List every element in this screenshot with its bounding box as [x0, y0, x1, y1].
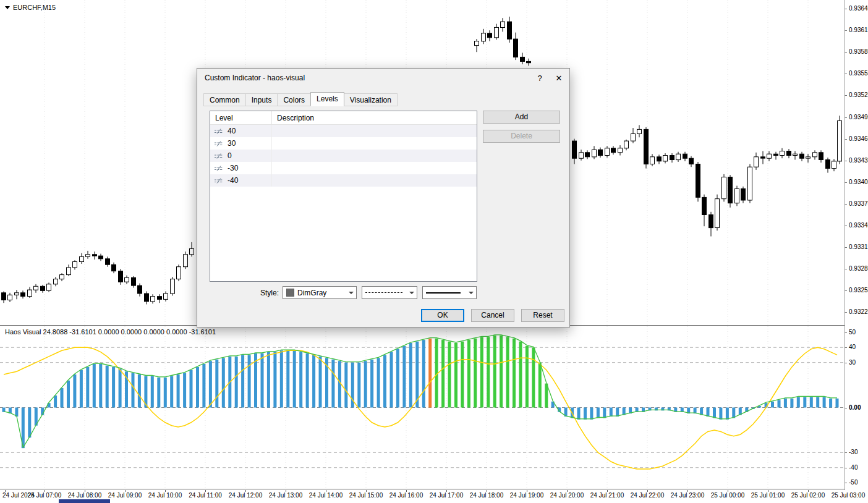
add-button[interactable]: Add — [483, 111, 560, 124]
time-axis-label: 24 Jul 17:00 — [425, 492, 467, 499]
time-axis-label: 25 Jul 03:00 — [827, 492, 868, 499]
time-tick — [85, 490, 85, 492]
tab-colors[interactable]: Colors — [277, 93, 311, 106]
dialog-title: Custom Indicator - haos-visual — [197, 74, 531, 82]
level-description — [272, 137, 477, 150]
chart-menu-arrow-icon[interactable] — [5, 6, 10, 9]
chevron-down-icon — [466, 287, 476, 298]
indicator-axis-label: -40 — [849, 464, 857, 471]
price-axis-label: 0.93405 — [849, 179, 868, 186]
tab-visualization[interactable]: Visualization — [344, 93, 398, 106]
column-header-level: Level — [210, 111, 272, 124]
tab-common[interactable]: Common — [203, 93, 246, 106]
chevron-down-icon — [407, 287, 417, 298]
axis-tick — [845, 269, 847, 269]
time-tick — [647, 490, 648, 492]
time-tick — [165, 490, 166, 492]
reset-button[interactable]: Reset — [521, 309, 564, 322]
indicator-panel[interactable]: Haos Visual 24.8088 -31.6101 0.0000 0.00… — [0, 326, 845, 489]
price-axis-label: 0.93345 — [849, 222, 868, 229]
level-icon — [214, 129, 224, 134]
price-axis-label: 0.93525 — [849, 91, 868, 99]
price-axis-label: 0.93285 — [849, 265, 868, 273]
symbol-text: EURCHF,M15 — [13, 4, 56, 11]
axis-tick — [845, 161, 847, 161]
axis-tick — [845, 312, 847, 313]
dialog-tabs: Common Inputs Colors Levels Visualizatio… — [203, 93, 397, 106]
time-axis-label: 24 Jul 10:00 — [144, 492, 186, 499]
time-axis-label: 25 Jul 02:00 — [787, 492, 829, 499]
time-axis-label: 24 Jul 09:00 — [104, 492, 146, 499]
time-axis-label: 24 Jul 22:00 — [626, 492, 668, 499]
indicator-axis-label: 0.00 — [849, 404, 861, 412]
level-icon — [214, 141, 224, 146]
price-axis-label: 0.93315 — [849, 243, 868, 251]
indicator-axis[interactable]: 5040300.00-30-40-50 — [845, 326, 868, 489]
axis-tick — [845, 408, 847, 408]
time-axis[interactable]: 24 Jul 202524 Jul 07:0024 Jul 08:0024 Ju… — [0, 490, 868, 499]
level-row-minus30[interactable]: -30 — [210, 162, 477, 174]
level-value: 40 — [228, 127, 236, 135]
time-axis-label: 24 Jul 18:00 — [466, 492, 508, 499]
tab-levels[interactable]: Levels — [310, 92, 344, 106]
level-icon — [214, 166, 224, 171]
level-color-select[interactable]: DimGray — [283, 286, 357, 299]
ok-button[interactable]: OK — [421, 309, 464, 322]
time-axis-label: 24 Jul 07:00 — [23, 492, 66, 499]
mt-terminal-window: EURCHF,M15 Haos Visual 24.8088 -31.6101 … — [0, 0, 868, 503]
axis-tick — [845, 30, 847, 31]
level-value: 30 — [228, 139, 236, 148]
level-row-40[interactable]: 40 — [210, 125, 477, 137]
time-axis-label: 24 Jul 11:00 — [184, 492, 226, 499]
level-line-width-select[interactable] — [422, 286, 477, 299]
axis-tick — [845, 347, 847, 348]
time-tick — [245, 490, 246, 492]
symbol-label: EURCHF,M15 — [5, 4, 56, 11]
time-tick — [808, 490, 809, 492]
time-axis-label: 25 Jul 01:00 — [747, 492, 789, 499]
axis-tick — [845, 363, 847, 363]
price-axis-label: 0.93615 — [849, 27, 868, 34]
price-axis[interactable]: 0.936450.936150.935850.935550.935250.934… — [845, 0, 868, 326]
cancel-button[interactable]: Cancel — [471, 309, 514, 322]
time-tick — [286, 490, 286, 492]
close-icon[interactable]: ✕ — [548, 69, 569, 87]
custom-indicator-dialog: Custom Indicator - haos-visual ? ✕ Commo… — [197, 68, 570, 328]
level-value: 0 — [228, 151, 232, 160]
level-description — [272, 150, 477, 162]
time-tick — [527, 490, 527, 492]
level-description — [272, 174, 477, 187]
dialog-titlebar[interactable]: Custom Indicator - haos-visual ? ✕ — [197, 69, 569, 87]
tab-inputs[interactable]: Inputs — [245, 93, 278, 106]
level-row-0[interactable]: 0 — [210, 150, 477, 162]
line-width-sample — [426, 292, 461, 294]
axis-tick — [845, 117, 847, 118]
time-tick — [607, 490, 608, 492]
axis-tick — [845, 226, 847, 226]
level-row-30[interactable]: 30 — [210, 137, 477, 150]
column-header-description: Description — [272, 111, 319, 124]
axis-tick — [845, 332, 847, 333]
price-axis-label: 0.93225 — [849, 308, 868, 316]
price-axis-label: 0.93375 — [849, 200, 868, 208]
level-icon — [214, 178, 224, 184]
price-axis-label: 0.93645 — [849, 5, 868, 12]
help-button[interactable]: ? — [531, 69, 548, 87]
style-label: Style: — [240, 289, 279, 297]
time-axis-label: 24 Jul 23:00 — [666, 492, 708, 499]
time-tick — [366, 490, 367, 492]
time-axis-label: 24 Jul 21:00 — [586, 492, 628, 499]
time-tick — [487, 490, 487, 492]
haos-visual-chart — [0, 326, 845, 489]
delete-button[interactable]: Delete — [483, 130, 560, 143]
axis-tick — [845, 483, 847, 483]
style-row: Style: DimGray — [197, 286, 569, 299]
price-axis-label: 0.93585 — [849, 48, 868, 56]
levels-table-header: Level Description — [210, 111, 477, 125]
time-tick — [406, 490, 407, 492]
time-tick — [728, 490, 728, 492]
time-tick — [205, 490, 206, 492]
axis-tick — [845, 9, 847, 9]
level-dash-style-select[interactable] — [362, 286, 417, 299]
level-row-minus40[interactable]: -40 — [210, 174, 477, 187]
